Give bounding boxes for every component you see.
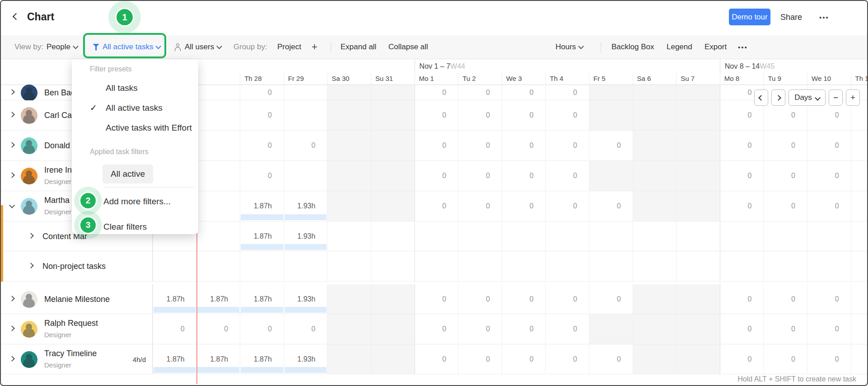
grid-cell[interactable] bbox=[633, 161, 677, 191]
grid-cell[interactable] bbox=[676, 344, 720, 374]
grid-cell[interactable]: 1.87h bbox=[196, 344, 240, 374]
grid-cell[interactable]: 0 bbox=[502, 344, 546, 374]
grid-cell[interactable]: 0 bbox=[415, 284, 458, 314]
person-row[interactable]: 1.87h1.87h1.87h1.93h00000000Melanie Mile… bbox=[1, 284, 867, 314]
grid-cell[interactable] bbox=[327, 251, 371, 281]
grid-cell[interactable] bbox=[589, 100, 633, 130]
hours-dropdown[interactable]: Hours bbox=[555, 35, 583, 59]
zoom-out-button[interactable]: − bbox=[829, 89, 843, 106]
grid-cell[interactable]: 0 bbox=[415, 314, 458, 344]
grid-cell[interactable]: 0 bbox=[807, 284, 851, 314]
grid-cell[interactable]: 0 bbox=[196, 314, 240, 344]
grid-cell[interactable]: 0 bbox=[502, 161, 546, 191]
add-group-button[interactable]: + bbox=[312, 35, 317, 59]
legend-button[interactable]: Legend bbox=[667, 35, 692, 59]
grid-cell[interactable]: 0 bbox=[720, 131, 764, 160]
grid-cell[interactable] bbox=[284, 161, 327, 191]
grid-cell[interactable]: 1.93h bbox=[284, 284, 327, 314]
header-more-button[interactable]: ••• bbox=[819, 14, 829, 21]
grid-cell[interactable] bbox=[502, 221, 546, 251]
grid-cell[interactable]: 0 bbox=[240, 131, 284, 160]
grid-cell[interactable] bbox=[196, 161, 240, 191]
group-by-value[interactable]: Project bbox=[277, 35, 301, 59]
expand-chevron-icon[interactable] bbox=[9, 112, 15, 118]
grid-cell[interactable]: 0 bbox=[415, 100, 458, 130]
grid-cell[interactable] bbox=[371, 161, 415, 191]
grid-cell[interactable]: 0 bbox=[545, 314, 589, 344]
grid-cell[interactable]: 0 bbox=[458, 314, 502, 344]
back-button[interactable] bbox=[14, 13, 21, 24]
grid-cell[interactable] bbox=[371, 191, 415, 221]
grid-cell[interactable]: 1.87h bbox=[240, 221, 284, 251]
grid-cell[interactable] bbox=[851, 284, 868, 314]
grid-cell[interactable] bbox=[371, 344, 415, 374]
grid-cell[interactable] bbox=[196, 251, 240, 281]
grid-cell[interactable] bbox=[633, 100, 677, 130]
grid-cell[interactable] bbox=[807, 221, 851, 251]
expand-chevron-icon[interactable] bbox=[9, 172, 15, 178]
grid-cell[interactable]: 0 bbox=[589, 191, 633, 221]
expand-chevron-icon[interactable] bbox=[9, 89, 15, 95]
task-filter-button[interactable]: All active tasks bbox=[93, 35, 160, 59]
grid-cell[interactable] bbox=[196, 221, 240, 251]
grid-cell[interactable]: 0 bbox=[458, 284, 502, 314]
grid-cell[interactable]: 1.93h bbox=[284, 221, 327, 251]
grid-cell[interactable] bbox=[371, 221, 415, 251]
grid-cell[interactable] bbox=[720, 251, 764, 281]
grid-cell[interactable]: 0 bbox=[240, 161, 284, 191]
grid-cell[interactable]: 0 bbox=[545, 131, 589, 160]
grid-cell[interactable] bbox=[633, 251, 677, 281]
collapse-all-button[interactable]: Collapse all bbox=[388, 35, 428, 59]
grid-cell[interactable] bbox=[633, 85, 677, 100]
grid-cell[interactable] bbox=[589, 251, 633, 281]
grid-cell[interactable] bbox=[327, 284, 371, 314]
grid-cell[interactable]: 1.93h bbox=[284, 344, 327, 374]
grid-cell[interactable] bbox=[284, 85, 327, 100]
grid-cell[interactable]: 1.93h bbox=[284, 191, 327, 221]
grid-cell[interactable] bbox=[589, 314, 633, 344]
grid-cell[interactable]: 0 bbox=[807, 344, 851, 374]
grid-cell[interactable]: 0 bbox=[415, 344, 458, 374]
grid-cell[interactable] bbox=[589, 221, 633, 251]
grid-cell[interactable] bbox=[371, 131, 415, 160]
grid-cell[interactable]: 0 bbox=[284, 314, 327, 344]
scale-select[interactable]: Days bbox=[789, 89, 826, 106]
grid-cell[interactable]: 0 bbox=[153, 314, 196, 344]
grid-cell[interactable] bbox=[676, 100, 720, 130]
grid-cell[interactable] bbox=[371, 85, 415, 100]
grid-cell[interactable] bbox=[284, 100, 327, 130]
share-button[interactable]: Share bbox=[780, 13, 802, 22]
demo-tour-button[interactable]: Demo tour bbox=[729, 9, 770, 25]
grid-cell[interactable] bbox=[327, 131, 371, 160]
grid-cell[interactable]: 0 bbox=[415, 131, 458, 160]
grid-cell[interactable] bbox=[633, 131, 677, 160]
grid-cell[interactable] bbox=[676, 314, 720, 344]
grid-cell[interactable] bbox=[676, 251, 720, 281]
grid-cell[interactable]: 0 bbox=[240, 85, 284, 100]
grid-cell[interactable]: 0 bbox=[545, 284, 589, 314]
grid-cell[interactable]: 0 bbox=[807, 314, 851, 344]
grid-cell[interactable]: 0 bbox=[502, 100, 546, 130]
grid-cell[interactable] bbox=[327, 314, 371, 344]
grid-cell[interactable]: 1.87h bbox=[153, 284, 196, 314]
grid-cell[interactable]: 0 bbox=[502, 314, 546, 344]
project-row[interactable]: Non-project tasks bbox=[1, 251, 867, 282]
export-button[interactable]: Export bbox=[705, 35, 727, 59]
users-filter-button[interactable]: All users bbox=[174, 35, 221, 59]
toolbar-more-button[interactable]: ••• bbox=[738, 35, 748, 59]
zoom-in-button[interactable]: + bbox=[846, 89, 860, 106]
grid-cell[interactable] bbox=[633, 221, 677, 251]
grid-cell[interactable] bbox=[458, 251, 502, 281]
grid-cell[interactable]: 1.87h bbox=[153, 344, 196, 374]
grid-cell[interactable]: 0 bbox=[807, 191, 851, 221]
grid-cell[interactable]: 1.87h bbox=[240, 191, 284, 221]
person-row[interactable]: 1.87h1.87h1.87h1.93h00000000Tracy Timeli… bbox=[1, 344, 867, 374]
grid-cell[interactable]: 0 bbox=[807, 161, 851, 191]
grid-cell[interactable] bbox=[851, 191, 868, 221]
grid-cell[interactable] bbox=[415, 251, 458, 281]
grid-cell[interactable] bbox=[676, 85, 720, 100]
grid-cell[interactable]: 0 bbox=[415, 191, 458, 221]
grid-cell[interactable]: 0 bbox=[545, 161, 589, 191]
grid-cell[interactable] bbox=[851, 251, 868, 281]
grid-cell[interactable]: 0 bbox=[763, 314, 807, 344]
